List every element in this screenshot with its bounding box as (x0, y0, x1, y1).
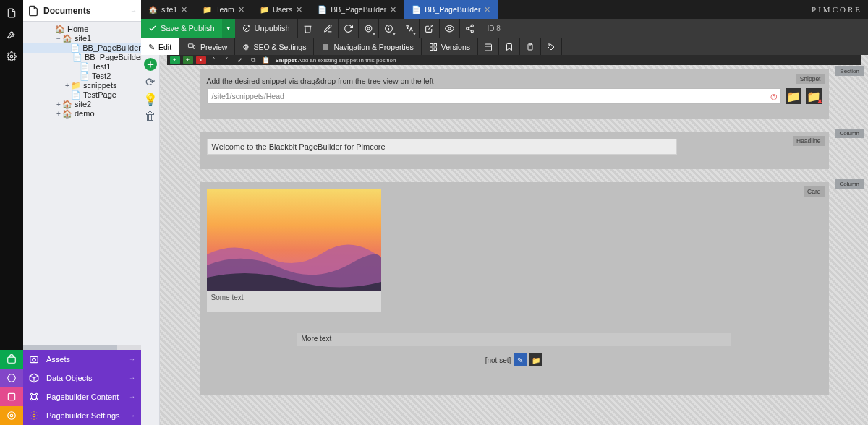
section-pagebuilder-content[interactable]: Pagebuilder Content → (23, 387, 141, 406)
link-folder-button[interactable]: 📁 (529, 353, 542, 366)
snippet-path-input[interactable]: /site1/scnippets/Head ◎ (207, 88, 781, 104)
tab-seo[interactable]: ⚙SEO & Settings (235, 38, 314, 55)
tree-demo[interactable]: +🏠demo (23, 109, 141, 119)
gear-icon[interactable] (6, 51, 17, 62)
tab-edit[interactable]: ✎Edit (141, 38, 179, 55)
share-button[interactable] (460, 19, 480, 38)
close-icon[interactable]: ✕ (296, 5, 302, 14)
home-icon: 🏠 (62, 100, 72, 109)
chevron-right-icon: → (129, 412, 135, 419)
tag-button[interactable] (541, 38, 562, 55)
ban-icon (242, 24, 251, 33)
tab-bbpb-2[interactable]: 📄BB_PageBuilder✕ (404, 0, 498, 19)
schedule-button[interactable] (478, 38, 499, 55)
tab-preview[interactable]: Preview (179, 38, 235, 55)
svg-line-14 (244, 26, 249, 31)
document-id: ID 8 (480, 19, 508, 38)
save-publish-dropdown[interactable]: ▼ (222, 19, 235, 38)
headline-input[interactable]: Welcome to the Blackbit PageBuilder for … (207, 139, 677, 155)
bookmark-icon (505, 43, 514, 51)
svg-point-19 (388, 26, 389, 27)
notset-label: [not set] (485, 356, 511, 364)
open-folder-button[interactable]: 📁 (786, 88, 801, 104)
open-button[interactable] (420, 19, 440, 38)
rename-button[interactable] (318, 19, 339, 38)
reload-button[interactable] (339, 19, 359, 38)
target-button[interactable]: ▼ (359, 19, 379, 38)
translate-button[interactable]: ▼ (399, 19, 420, 38)
panel-go-icon[interactable]: → (130, 7, 137, 14)
remove-snippet-button[interactable]: 📁✖ (806, 88, 822, 104)
tab-team[interactable]: 📁Team✕ (195, 0, 252, 19)
target-icon[interactable]: ◎ (770, 92, 778, 100)
tree-test1[interactable]: 📄Test1 (23, 62, 141, 72)
rail-pbsettings-icon[interactable] (0, 406, 23, 425)
svg-rect-1 (8, 357, 16, 363)
tab-site1[interactable]: 🏠site1✕ (141, 0, 195, 19)
preview-eye-button[interactable] (440, 19, 460, 38)
info-button[interactable]: ▼ (379, 19, 399, 38)
home-icon: 🏠 (62, 34, 72, 43)
svg-point-10 (30, 398, 32, 400)
lightbulb-icon[interactable]: 💡 (144, 93, 157, 106)
move-up-icon[interactable]: ˄ (209, 56, 219, 64)
page-canvas[interactable]: + + × ˄ ˅ ⤢ ⧉ 📋 SnippetAdd an existing s… (160, 55, 868, 425)
more-text-input[interactable]: More text (297, 333, 731, 346)
rail-assets-icon[interactable] (0, 350, 23, 369)
close-icon[interactable]: ✕ (484, 5, 490, 14)
paste-icon[interactable]: 📋 (261, 56, 271, 64)
brand-logo: PIMCORE (812, 0, 862, 19)
tab-versions[interactable]: Versions (422, 38, 478, 55)
tree-scnippets[interactable]: +📁scnippets (23, 81, 141, 90)
rail-dataobjects-icon[interactable] (0, 369, 23, 387)
row-tag: Column (835, 129, 864, 138)
section-dataobjects[interactable]: Data Objects → (23, 369, 141, 387)
page-icon: 📄 (80, 62, 90, 72)
tree-test2[interactable]: 📄Test2 (23, 72, 141, 81)
tree-bb-pagebuilder[interactable]: −📄BB_PageBuilder (23, 43, 141, 53)
svg-rect-27 (189, 44, 193, 48)
add-block-button[interactable]: ＋ (144, 58, 157, 71)
notes-button[interactable] (520, 38, 541, 55)
trash-button[interactable]: 🗑 (144, 110, 157, 123)
unpublish-button[interactable]: Unpublish (235, 19, 298, 38)
tree-testpage[interactable]: 📄TestPage (23, 90, 141, 100)
tab-bbpb-1[interactable]: 📄BB_PageBuilder✕ (310, 0, 404, 19)
section-assets[interactable]: Assets → (23, 350, 141, 369)
tree-bb-pagebuilder-child[interactable]: 📄BB_PageBuilder (23, 53, 141, 62)
move-down-icon[interactable]: ˅ (222, 56, 232, 64)
tree-site1[interactable]: −🏠site1 (23, 34, 141, 43)
card-caption[interactable]: Some text (207, 291, 381, 304)
link-edit-button[interactable]: ✎ (514, 353, 527, 366)
expand-icon[interactable]: ⤢ (235, 56, 245, 64)
tree-site2[interactable]: +🏠site2 (23, 100, 141, 109)
svg-rect-33 (434, 43, 437, 46)
rail-pbcontent-icon[interactable] (0, 387, 23, 406)
delete-block-icon[interactable]: × (196, 56, 206, 64)
copy-icon[interactable]: ⧉ (248, 56, 258, 64)
add-icon[interactable]: + (170, 56, 180, 64)
card-image[interactable] (207, 189, 381, 291)
close-icon[interactable]: ✕ (181, 5, 187, 14)
tree-home[interactable]: 🏠Home (23, 25, 141, 34)
section-pagebuilder-settings[interactable]: Pagebuilder Settings → (23, 406, 141, 425)
check-icon (148, 24, 157, 33)
section-label: Data Objects (46, 374, 93, 382)
tab-users[interactable]: 📁Users✕ (252, 0, 310, 19)
svg-point-24 (471, 30, 473, 32)
add-after-icon[interactable]: + (183, 56, 193, 64)
close-icon[interactable]: ✕ (238, 5, 244, 14)
delete-button[interactable] (298, 19, 318, 38)
refresh-button[interactable]: ⟳ (144, 75, 157, 88)
row-tag: Section (835, 66, 864, 76)
row-tag: Column (835, 179, 864, 189)
pencil-icon: ✎ (148, 43, 155, 51)
svg-point-23 (466, 27, 468, 29)
close-icon[interactable]: ✕ (390, 5, 396, 14)
wrench-icon[interactable] (6, 29, 17, 40)
tab-nav-properties[interactable]: Navigation & Properties (314, 38, 421, 55)
svg-point-5 (8, 412, 16, 420)
save-publish-button[interactable]: Save & Publish (141, 19, 222, 38)
bookmark-button[interactable] (499, 38, 520, 55)
file-icon[interactable] (6, 7, 17, 19)
